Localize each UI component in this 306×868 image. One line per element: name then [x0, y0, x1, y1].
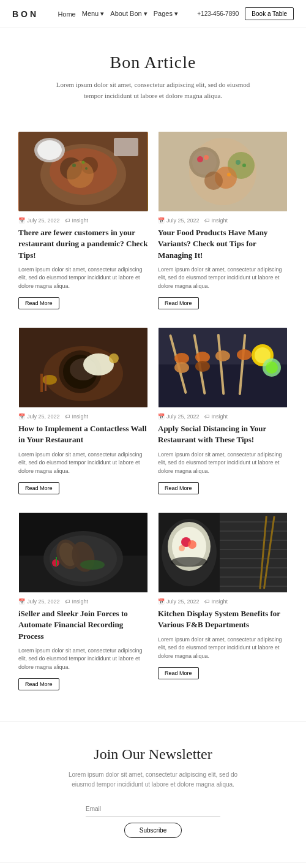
article-excerpt-6: Lorem ipsum dolor sit amet, consectetur …: [158, 636, 288, 661]
nav-pages[interactable]: Pages ▾: [154, 10, 178, 18]
nav-home[interactable]: Home: [58, 10, 75, 18]
article-excerpt-3: Lorem ipsum dolor sit amet, consectetur …: [18, 451, 148, 476]
articles-row-1: 📅 July 25, 2022 🏷 Insight There are fewe…: [18, 132, 288, 309]
svg-point-11: [82, 161, 85, 164]
article-date-1: 📅 July 25, 2022: [18, 217, 60, 224]
tag-icon-6: 🏷: [204, 598, 210, 605]
article-date-3: 📅 July 25, 2022: [18, 413, 60, 420]
read-more-button-5[interactable]: Read More: [18, 678, 59, 690]
article-date-4: 📅 July 25, 2022: [158, 413, 200, 420]
newsletter-section: Join Our Newsletter Lorem ipsum dolor si…: [0, 721, 306, 862]
article-image-wrap-1: [18, 132, 148, 211]
svg-rect-24: [159, 132, 287, 211]
calendar-icon-4: 📅: [158, 413, 165, 420]
nav-about[interactable]: About Bon ▾: [110, 10, 147, 18]
nav-right: +123-456-7890 Book a Table: [197, 7, 294, 20]
svg-point-44: [195, 361, 210, 372]
article-image-2: [158, 132, 288, 211]
read-more-button-4[interactable]: Read More: [158, 482, 199, 494]
calendar-icon-1: 📅: [18, 217, 25, 224]
svg-rect-8: [114, 138, 138, 156]
tag-icon-5: 🏷: [65, 598, 70, 605]
tag-icon-2: 🏷: [204, 217, 210, 224]
book-table-button[interactable]: Book a Table: [245, 7, 294, 20]
hero-section: Bon Article Lorem ipsum dolor sit amet, …: [0, 28, 306, 119]
svg-rect-33: [45, 376, 47, 391]
read-more-button-3[interactable]: Read More: [18, 482, 59, 494]
svg-point-10: [85, 167, 88, 170]
article-card-4: 📅 July 25, 2022 🏷 Insight Apply Social D…: [158, 328, 288, 494]
calendar-icon-6: 📅: [158, 598, 165, 605]
svg-rect-62: [220, 513, 287, 592]
newsletter-form: Subscribe: [12, 802, 294, 838]
article-image-4: [158, 328, 288, 407]
article-title-6: Kitchen Display System Benefits for Vari…: [158, 608, 288, 630]
article-excerpt-1: Lorem ipsum dolor sit amet, consectetur …: [18, 266, 148, 291]
article-image-wrap-5: [18, 513, 148, 592]
article-title-4: Apply Social Distancing in Your Restaura…: [158, 423, 288, 445]
svg-point-31: [42, 375, 57, 385]
svg-rect-32: [40, 374, 43, 392]
hero-subtitle: Lorem ipsum dolor sit amet, consectetur …: [55, 80, 251, 101]
articles-section: 📅 July 25, 2022 🏷 Insight There are fewe…: [0, 119, 306, 721]
article-title-2: Your Food Products Have Many Variants? C…: [158, 227, 288, 261]
article-card-3: 📅 July 25, 2022 🏷 Insight How to Impleme…: [18, 328, 148, 494]
article-category-1: 🏷 Insight: [65, 217, 89, 224]
newsletter-title: Join Our Newsletter: [12, 746, 294, 763]
article-category-3: 🏷 Insight: [65, 413, 89, 420]
article-date-5: 📅 July 25, 2022: [18, 598, 60, 605]
calendar-icon-3: 📅: [18, 413, 25, 420]
email-input[interactable]: [86, 802, 220, 817]
articles-row-2: 📅 July 25, 2022 🏷 Insight How to Impleme…: [18, 328, 288, 494]
article-meta-2: 📅 July 25, 2022 🏷 Insight: [158, 217, 288, 224]
svg-point-46: [237, 349, 252, 360]
read-more-button-1[interactable]: Read More: [18, 297, 59, 309]
svg-point-45: [215, 350, 230, 361]
article-category-2: 🏷 Insight: [204, 217, 228, 224]
svg-point-58: [80, 560, 105, 570]
calendar-icon-2: 📅: [158, 217, 165, 224]
svg-point-9: [72, 164, 76, 167]
article-image-wrap-4: [158, 328, 288, 407]
article-image-6: [158, 513, 288, 592]
article-image-wrap-2: [158, 132, 288, 211]
article-title-5: iSeller and Sleekr Join Forces to Automa…: [18, 608, 148, 642]
svg-point-5: [67, 161, 94, 188]
article-image-wrap-6: [158, 513, 288, 592]
nav-phone: +123-456-7890: [197, 10, 239, 17]
svg-rect-60: [56, 557, 57, 566]
nav-links: Home Menu ▾ About Bon ▾ Pages ▾: [58, 10, 178, 18]
svg-point-50: [266, 361, 278, 374]
article-excerpt-2: Lorem ipsum dolor sit amet, consectetur …: [158, 266, 288, 291]
article-meta-5: 📅 July 25, 2022 🏷 Insight: [18, 598, 148, 605]
article-meta-4: 📅 July 25, 2022 🏷 Insight: [158, 413, 288, 420]
article-category-5: 🏷 Insight: [65, 598, 89, 605]
svg-point-77: [188, 540, 196, 549]
article-title-3: How to Implement a Contactless Wall in Y…: [18, 423, 148, 445]
article-meta-1: 📅 July 25, 2022 🏷 Insight: [18, 217, 148, 224]
article-card-2: 📅 July 25, 2022 🏷 Insight Your Food Prod…: [158, 132, 288, 309]
tag-icon-1: 🏷: [65, 217, 70, 224]
page-title: Bon Article: [12, 53, 294, 72]
article-category-6: 🏷 Insight: [204, 598, 228, 605]
article-title-1: There are fewer customers in your restau…: [18, 227, 148, 261]
article-card-6: 📅 July 25, 2022 🏷 Insight Kitchen Displa…: [158, 513, 288, 690]
articles-row-3: 📅 July 25, 2022 🏷 Insight iSeller and Sl…: [18, 513, 288, 690]
article-card-1: 📅 July 25, 2022 🏷 Insight There are fewe…: [18, 132, 148, 309]
article-meta-6: 📅 July 25, 2022 🏷 Insight: [158, 598, 288, 605]
nav-menu[interactable]: Menu ▾: [82, 10, 105, 18]
subscribe-button[interactable]: Subscribe: [124, 823, 182, 838]
read-more-button-6[interactable]: Read More: [158, 667, 199, 679]
read-more-button-2[interactable]: Read More: [158, 297, 199, 309]
article-excerpt-4: Lorem ipsum dolor sit amet, consectetur …: [158, 451, 288, 476]
footer-main: BON Lorem ipsum dolor sit amet, consecte…: [0, 863, 306, 868]
svg-point-34: [109, 353, 119, 363]
nav-logo: BON: [12, 9, 39, 19]
calendar-icon-5: 📅: [18, 598, 25, 605]
svg-point-79: [171, 557, 207, 567]
article-meta-3: 📅 July 25, 2022 🏷 Insight: [18, 413, 148, 420]
article-image-wrap-3: [18, 328, 148, 407]
article-date-6: 📅 July 25, 2022: [158, 598, 200, 605]
navbar: BON Home Menu ▾ About Bon ▾ Pages ▾ +123…: [0, 0, 306, 28]
svg-point-7: [37, 140, 62, 160]
